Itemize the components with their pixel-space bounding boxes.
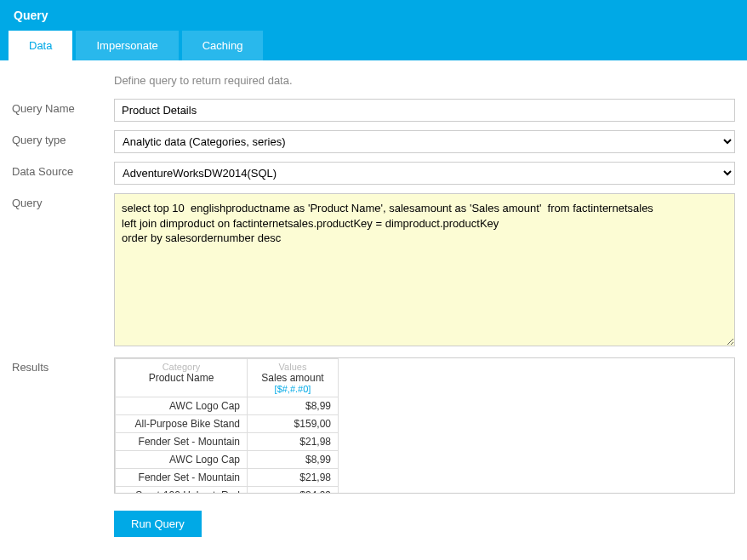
tab-description: Define query to return required data. (114, 74, 735, 87)
data-source-select[interactable]: AdventureWorksDW2014(SQL) (114, 162, 735, 185)
table-row: All-Purpose Bike Stand$159,00 (116, 415, 339, 433)
tab-impersonate[interactable]: Impersonate (76, 31, 178, 60)
query-name-input[interactable] (114, 99, 735, 122)
query-type-label: Query type (12, 130, 114, 146)
panel-title: Query (0, 0, 747, 31)
table-row: Sport-100 Helmet, Red$34,99 (116, 487, 339, 494)
cell-value: $21,98 (248, 469, 339, 487)
table-row: Fender Set - Mountain$21,98 (116, 469, 339, 487)
results-label: Results (12, 357, 114, 374)
table-row: AWC Logo Cap$8,99 (116, 451, 339, 469)
tab-caching[interactable]: Caching (182, 31, 264, 60)
tab-bar: Data Impersonate Caching (0, 31, 747, 60)
data-source-label: Data Source (12, 162, 114, 178)
cell-value: $34,99 (248, 487, 339, 494)
cell-category: All-Purpose Bike Stand (116, 415, 248, 433)
results-grid[interactable]: Category Product Name Values Sales amoun… (114, 357, 735, 494)
cell-category: AWC Logo Cap (116, 397, 248, 415)
cell-category: AWC Logo Cap (116, 451, 248, 469)
cell-value: $8,99 (248, 451, 339, 469)
query-textarea[interactable]: select top 10 englishproductname as 'Pro… (114, 193, 735, 346)
cell-value: $21,98 (248, 433, 339, 451)
cell-category: Sport-100 Helmet, Red (116, 487, 248, 494)
run-query-button[interactable]: Run Query (114, 511, 202, 537)
query-type-select[interactable]: Analytic data (Categories, series) (114, 130, 735, 153)
table-row: AWC Logo Cap$8,99 (116, 397, 339, 415)
cell-value: $159,00 (248, 415, 339, 433)
cell-category: Fender Set - Mountain (116, 433, 248, 451)
tab-data[interactable]: Data (9, 31, 72, 60)
table-row: Fender Set - Mountain$21,98 (116, 433, 339, 451)
cell-value: $8,99 (248, 397, 339, 415)
results-col-header-category: Category Product Name (116, 359, 248, 397)
results-col-header-values: Values Sales amount [$#,#.#0] (248, 359, 339, 397)
cell-category: Fender Set - Mountain (116, 469, 248, 487)
query-name-label: Query Name (12, 99, 114, 115)
query-label: Query (12, 193, 114, 209)
